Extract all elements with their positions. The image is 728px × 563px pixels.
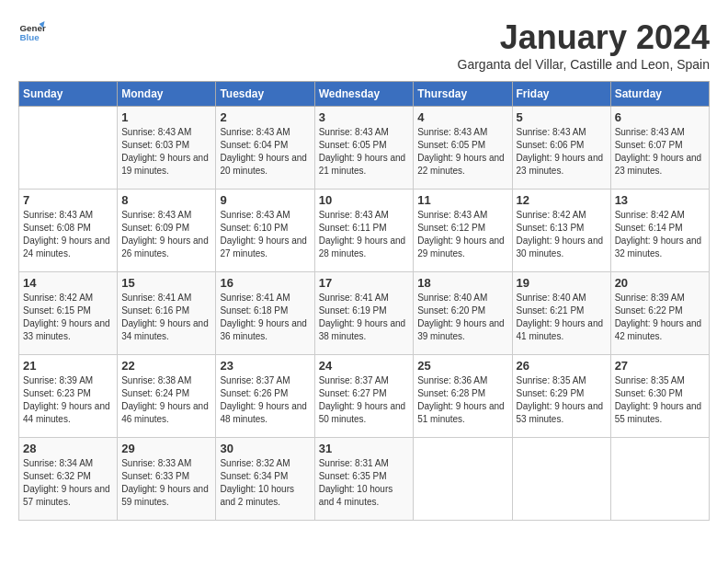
- day-info: Sunrise: 8:43 AMSunset: 6:03 PMDaylight:…: [121, 126, 211, 178]
- calendar-cell: 19Sunrise: 8:40 AMSunset: 6:21 PMDayligh…: [512, 272, 610, 355]
- calendar-week-row: 21Sunrise: 8:39 AMSunset: 6:23 PMDayligh…: [19, 355, 710, 438]
- day-number: 4: [417, 110, 507, 124]
- calendar-cell: 4Sunrise: 8:43 AMSunset: 6:05 PMDaylight…: [414, 107, 512, 190]
- day-header-friday: Friday: [512, 82, 610, 107]
- day-number: 6: [615, 110, 705, 124]
- calendar-cell: 8Sunrise: 8:43 AMSunset: 6:09 PMDaylight…: [118, 190, 216, 272]
- calendar-cell: [19, 107, 118, 190]
- day-info: Sunrise: 8:34 AMSunset: 6:32 PMDaylight:…: [23, 457, 113, 509]
- logo: General Blue: [18, 18, 46, 46]
- day-info: Sunrise: 8:43 AMSunset: 6:10 PMDaylight:…: [220, 209, 310, 260]
- calendar-cell: 21Sunrise: 8:39 AMSunset: 6:23 PMDayligh…: [19, 355, 118, 438]
- calendar-cell: 5Sunrise: 8:43 AMSunset: 6:06 PMDaylight…: [512, 107, 610, 190]
- day-info: Sunrise: 8:32 AMSunset: 6:34 PMDaylight:…: [220, 457, 310, 509]
- day-info: Sunrise: 8:43 AMSunset: 6:05 PMDaylight:…: [319, 126, 410, 178]
- calendar-cell: 22Sunrise: 8:38 AMSunset: 6:24 PMDayligh…: [118, 355, 216, 438]
- day-number: 20: [615, 276, 705, 290]
- day-info: Sunrise: 8:43 AMSunset: 6:09 PMDaylight:…: [121, 209, 211, 260]
- day-info: Sunrise: 8:40 AMSunset: 6:20 PMDaylight:…: [417, 292, 507, 343]
- day-number: 30: [220, 442, 310, 455]
- day-info: Sunrise: 8:43 AMSunset: 6:07 PMDaylight:…: [615, 126, 705, 178]
- day-info: Sunrise: 8:37 AMSunset: 6:26 PMDaylight:…: [220, 374, 310, 426]
- day-number: 8: [121, 193, 211, 207]
- calendar-cell: 2Sunrise: 8:43 AMSunset: 6:04 PMDaylight…: [216, 107, 314, 190]
- day-info: Sunrise: 8:43 AMSunset: 6:05 PMDaylight:…: [417, 126, 507, 178]
- month-title: January 2024: [458, 18, 710, 57]
- day-number: 25: [417, 359, 507, 373]
- calendar-cell: 15Sunrise: 8:41 AMSunset: 6:16 PMDayligh…: [118, 272, 216, 355]
- day-info: Sunrise: 8:37 AMSunset: 6:27 PMDaylight:…: [319, 374, 410, 426]
- day-number: 3: [319, 110, 410, 124]
- calendar-cell: 26Sunrise: 8:35 AMSunset: 6:29 PMDayligh…: [512, 355, 610, 438]
- day-number: 24: [319, 359, 410, 373]
- day-info: Sunrise: 8:35 AMSunset: 6:30 PMDaylight:…: [615, 374, 705, 426]
- day-info: Sunrise: 8:42 AMSunset: 6:15 PMDaylight:…: [23, 292, 113, 343]
- calendar-cell: 14Sunrise: 8:42 AMSunset: 6:15 PMDayligh…: [19, 272, 118, 355]
- day-number: 7: [23, 193, 113, 207]
- day-info: Sunrise: 8:38 AMSunset: 6:24 PMDaylight:…: [121, 374, 211, 426]
- calendar-week-row: 28Sunrise: 8:34 AMSunset: 6:32 PMDayligh…: [19, 438, 710, 521]
- day-info: Sunrise: 8:43 AMSunset: 6:11 PMDaylight:…: [319, 209, 410, 260]
- calendar-cell: 28Sunrise: 8:34 AMSunset: 6:32 PMDayligh…: [19, 438, 118, 521]
- calendar-cell: 31Sunrise: 8:31 AMSunset: 6:35 PMDayligh…: [314, 438, 414, 521]
- day-number: 12: [517, 193, 607, 207]
- calendar-cell: [414, 438, 512, 521]
- calendar-cell: 25Sunrise: 8:36 AMSunset: 6:28 PMDayligh…: [414, 355, 512, 438]
- calendar-cell: 24Sunrise: 8:37 AMSunset: 6:27 PMDayligh…: [314, 355, 414, 438]
- day-number: 17: [319, 276, 410, 290]
- calendar-cell: 16Sunrise: 8:41 AMSunset: 6:18 PMDayligh…: [216, 272, 314, 355]
- calendar-cell: 23Sunrise: 8:37 AMSunset: 6:26 PMDayligh…: [216, 355, 314, 438]
- calendar-cell: 12Sunrise: 8:42 AMSunset: 6:13 PMDayligh…: [512, 190, 610, 272]
- day-number: 29: [121, 442, 211, 455]
- day-number: 11: [417, 193, 507, 207]
- day-info: Sunrise: 8:33 AMSunset: 6:33 PMDaylight:…: [121, 457, 211, 509]
- day-header-monday: Monday: [118, 82, 216, 107]
- day-info: Sunrise: 8:42 AMSunset: 6:14 PMDaylight:…: [615, 209, 705, 260]
- calendar-cell: 7Sunrise: 8:43 AMSunset: 6:08 PMDaylight…: [19, 190, 118, 272]
- calendar-body: 1Sunrise: 8:43 AMSunset: 6:03 PMDaylight…: [19, 107, 710, 521]
- day-number: 16: [220, 276, 310, 290]
- calendar-cell: 1Sunrise: 8:43 AMSunset: 6:03 PMDaylight…: [118, 107, 216, 190]
- day-number: 19: [517, 276, 607, 290]
- day-number: 5: [517, 110, 607, 124]
- day-number: 1: [121, 110, 211, 124]
- calendar-cell: 20Sunrise: 8:39 AMSunset: 6:22 PMDayligh…: [610, 272, 709, 355]
- calendar-table: SundayMondayTuesdayWednesdayThursdayFrid…: [18, 81, 710, 521]
- day-info: Sunrise: 8:31 AMSunset: 6:35 PMDaylight:…: [319, 457, 410, 509]
- calendar-cell: [512, 438, 610, 521]
- day-info: Sunrise: 8:43 AMSunset: 6:12 PMDaylight:…: [417, 209, 507, 260]
- day-info: Sunrise: 8:43 AMSunset: 6:04 PMDaylight:…: [220, 126, 310, 178]
- calendar-cell: 18Sunrise: 8:40 AMSunset: 6:20 PMDayligh…: [414, 272, 512, 355]
- day-info: Sunrise: 8:41 AMSunset: 6:19 PMDaylight:…: [319, 292, 410, 343]
- day-number: 26: [517, 359, 607, 373]
- calendar-cell: 13Sunrise: 8:42 AMSunset: 6:14 PMDayligh…: [610, 190, 709, 272]
- day-header-wednesday: Wednesday: [314, 82, 414, 107]
- day-number: 21: [23, 359, 113, 373]
- day-number: 2: [220, 110, 310, 124]
- calendar-cell: 30Sunrise: 8:32 AMSunset: 6:34 PMDayligh…: [216, 438, 314, 521]
- day-header-saturday: Saturday: [610, 82, 709, 107]
- calendar-cell: 27Sunrise: 8:35 AMSunset: 6:30 PMDayligh…: [610, 355, 709, 438]
- day-info: Sunrise: 8:41 AMSunset: 6:18 PMDaylight:…: [220, 292, 310, 343]
- day-number: 15: [121, 276, 211, 290]
- calendar-cell: 11Sunrise: 8:43 AMSunset: 6:12 PMDayligh…: [414, 190, 512, 272]
- day-info: Sunrise: 8:41 AMSunset: 6:16 PMDaylight:…: [121, 292, 211, 343]
- day-number: 10: [319, 193, 410, 207]
- day-number: 13: [615, 193, 705, 207]
- day-number: 22: [121, 359, 211, 373]
- day-number: 28: [23, 442, 113, 455]
- day-info: Sunrise: 8:43 AMSunset: 6:06 PMDaylight:…: [517, 126, 607, 178]
- day-number: 27: [615, 359, 705, 373]
- calendar-cell: 29Sunrise: 8:33 AMSunset: 6:33 PMDayligh…: [118, 438, 216, 521]
- location-subtitle: Garganta del Villar, Castille and Leon, …: [458, 57, 710, 72]
- page-header: General Blue January 2024 Garganta del V…: [18, 18, 710, 72]
- day-number: 14: [23, 276, 113, 290]
- day-number: 18: [417, 276, 507, 290]
- calendar-week-row: 7Sunrise: 8:43 AMSunset: 6:08 PMDaylight…: [19, 190, 710, 272]
- calendar-cell: 10Sunrise: 8:43 AMSunset: 6:11 PMDayligh…: [314, 190, 414, 272]
- day-info: Sunrise: 8:35 AMSunset: 6:29 PMDaylight:…: [517, 374, 607, 426]
- logo-icon: General Blue: [18, 18, 46, 46]
- svg-text:Blue: Blue: [20, 32, 40, 42]
- day-header-thursday: Thursday: [414, 82, 512, 107]
- day-info: Sunrise: 8:39 AMSunset: 6:22 PMDaylight:…: [615, 292, 705, 343]
